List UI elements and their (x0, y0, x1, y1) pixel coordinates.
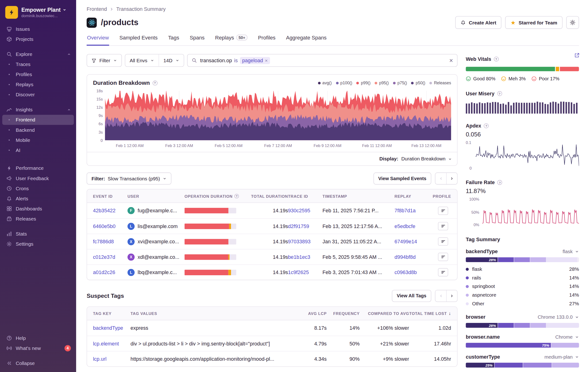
breadcrumb-frontend[interactable]: Frontend (87, 6, 107, 12)
trace-id-link[interactable]: be1b1ec3 (288, 254, 310, 260)
replay-link[interactable]: e5edbcfe (395, 223, 415, 229)
trace-id-link[interactable]: 97033893 (288, 239, 310, 244)
legend-item[interactable]: p50() (411, 81, 425, 85)
tag-value-selector[interactable]: Chrome (555, 334, 579, 340)
search-token[interactable]: transaction.op is pageload× (200, 57, 270, 64)
open-in-new-icon[interactable] (574, 53, 580, 58)
sidebar-item-user-feedback[interactable]: User Feedback (2, 173, 74, 183)
event-id-link[interactable]: 6460e5b0 (93, 223, 116, 229)
replay-link[interactable]: 67499e14 (395, 239, 417, 244)
sidebar-item-help[interactable]: Help (2, 333, 74, 343)
profile-button[interactable] (438, 237, 448, 246)
org-switcher[interactable]: Empower Plant dominik.buszowiec... (0, 4, 76, 24)
help-circle-icon[interactable]: ? (494, 57, 499, 62)
trace-id-link[interactable]: 930c2595 (288, 208, 310, 213)
tab-overview[interactable]: Overview (87, 34, 109, 46)
tag-value-selector[interactable]: Chrome 133.0.0 (538, 314, 579, 320)
duration-bar-segment (185, 239, 229, 244)
event-id-link[interactable]: c012e37d (93, 254, 115, 260)
tag-value-selector[interactable]: medium-plan (545, 354, 579, 360)
sidebar-item-explore[interactable]: Explore (2, 49, 74, 59)
environment-selector[interactable]: All Envs (125, 54, 158, 66)
trace-id-link[interactable]: 1c9f2625 (288, 269, 309, 275)
previous-page-button[interactable] (435, 173, 446, 184)
table-row: backendTypeexpress8.17s14%+106% slower1.… (87, 320, 457, 336)
search-input[interactable]: transaction.op is pageload× × (187, 54, 457, 67)
gear-icon (570, 20, 576, 26)
avatar: F (127, 207, 135, 214)
sidebar-item-dashboards[interactable]: Dashboards (2, 204, 74, 214)
sidebar-item-performance[interactable]: Performance (2, 163, 74, 173)
legend-item[interactable]: p75() (393, 81, 407, 85)
sidebar-item-ai[interactable]: AI (2, 145, 74, 155)
replay-link[interactable]: d994bf8d (395, 254, 416, 260)
view-all-tags-button[interactable]: View All Tags (392, 290, 431, 302)
replay-link[interactable]: 7f8b7d1a (395, 208, 416, 213)
tag-key-link[interactable]: lcp.url (93, 356, 107, 362)
event-id-link[interactable]: fc7886d8 (93, 239, 114, 244)
sidebar-item-frontend[interactable]: Frontend (2, 115, 74, 125)
sidebar-item-issues[interactable]: Issues (2, 24, 74, 34)
help-circle-icon[interactable]: ? (484, 123, 489, 128)
tag-value-selector[interactable]: flask (563, 249, 579, 254)
next-page-button[interactable] (446, 173, 457, 184)
profile-button[interactable] (438, 206, 448, 215)
misery-bar (492, 102, 493, 114)
sidebar-item-alerts[interactable]: Alerts (2, 193, 74, 204)
sidebar-item-crons[interactable]: Crons (2, 183, 74, 193)
legend-item[interactable]: p99() (357, 81, 371, 85)
sidebar-item-stats[interactable]: Stats (2, 229, 74, 239)
sidebar-item-whats-new[interactable]: What's new 4 (2, 343, 74, 353)
profile-button[interactable] (438, 222, 448, 230)
info-circle-icon[interactable]: ? (234, 194, 239, 198)
tab-sampled-events[interactable]: Sampled Events (119, 34, 158, 46)
legend-item[interactable]: Releases (430, 81, 451, 85)
sidebar-item-backend[interactable]: Backend (2, 125, 74, 135)
sidebar-item-profiles[interactable]: Profiles (2, 69, 74, 79)
sidebar-item-discover[interactable]: Discover (2, 90, 74, 100)
sidebar-item-releases[interactable]: Releases (2, 214, 74, 224)
settings-button[interactable] (566, 16, 579, 29)
trace-id-link[interactable]: d2f91759 (288, 223, 309, 229)
sort-descending-icon[interactable]: ↓ (449, 311, 451, 316)
profile-button[interactable] (438, 253, 448, 261)
sidebar-item-insights[interactable]: Insights (2, 105, 74, 115)
bullet-icon (9, 129, 10, 131)
date-range-selector[interactable]: 14D (158, 54, 184, 66)
search-clear-icon[interactable]: × (449, 57, 453, 64)
misery-bar (484, 103, 486, 114)
help-circle-icon[interactable]: ? (497, 180, 502, 185)
replay-link[interactable]: c0963d8b (395, 269, 417, 275)
sidebar-item-projects[interactable]: Projects (2, 34, 74, 44)
sidebar-item-mobile[interactable]: Mobile (2, 135, 74, 145)
tab-profiles[interactable]: Profiles (258, 34, 276, 46)
event-id-link[interactable]: 42b35422 (93, 208, 116, 213)
tab-aggregate-spans[interactable]: Aggregate Spans (285, 34, 327, 46)
filter-button[interactable]: Filter (87, 54, 122, 67)
profile-button[interactable] (438, 268, 448, 276)
display-selector[interactable]: Duration Breakdown (401, 156, 452, 162)
legend-item[interactable]: p95() (375, 81, 389, 85)
next-page-button[interactable] (446, 290, 457, 302)
tab-tags[interactable]: Tags (168, 34, 179, 46)
tag-key-link[interactable]: lcp.element (93, 341, 119, 346)
help-circle-icon[interactable]: ? (497, 91, 502, 96)
starred-for-team-button[interactable]: ★ Starred for Team (505, 16, 563, 29)
sidebar-item-settings[interactable]: Settings (2, 239, 74, 249)
event-id-link[interactable]: a01d2c26 (93, 269, 115, 275)
legend-item[interactable]: p100() (336, 81, 352, 85)
sidebar-item-traces[interactable]: Traces (2, 59, 74, 69)
sidebar-collapse-button[interactable]: Collapse (2, 358, 74, 368)
transactions-filter-selector[interactable]: Filter: Slow Transactions (p95) (87, 173, 171, 185)
token-remove-icon[interactable]: × (265, 58, 268, 63)
view-sampled-events-button[interactable]: View Sampled Events (373, 173, 431, 185)
help-circle-icon[interactable]: ? (152, 81, 157, 85)
tag-key: browser.name (466, 334, 500, 340)
tag-key-link[interactable]: backendType (93, 325, 123, 331)
tab-spans[interactable]: Spans (189, 34, 205, 46)
tab-replays[interactable]: Replays50+ (215, 34, 248, 46)
sidebar-item-replays[interactable]: Replays (2, 80, 74, 90)
create-alert-button[interactable]: Create Alert (455, 16, 502, 29)
legend-item[interactable]: avg() (318, 81, 332, 85)
previous-page-button[interactable] (435, 290, 446, 302)
